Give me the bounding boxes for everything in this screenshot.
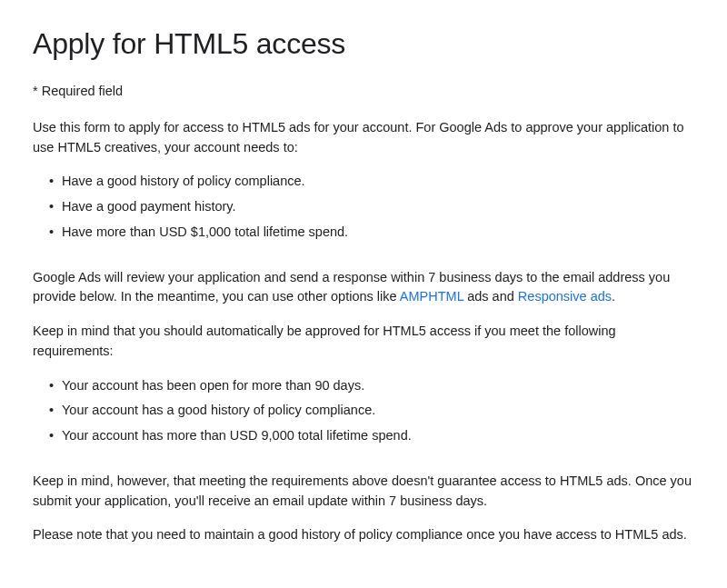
page-title: Apply for HTML5 access [33, 22, 694, 65]
required-field-note: * Required field [33, 82, 694, 102]
list-item: Your account has more than USD 9,000 tot… [49, 426, 694, 446]
list-item: Have a good payment history. [49, 197, 694, 217]
amphtml-link[interactable]: AMPHTML [400, 289, 463, 304]
list-item: Your account has been open for more than… [49, 376, 694, 396]
requirements-list-2: Your account has been open for more than… [33, 376, 694, 446]
review-paragraph: Google Ads will review your application … [33, 268, 694, 308]
text-segment: ads and [463, 289, 518, 304]
responsive-ads-link[interactable]: Responsive ads [518, 289, 612, 304]
list-item: Your account has a good history of polic… [49, 401, 694, 421]
requirements-list-1: Have a good history of policy compliance… [33, 172, 694, 242]
caveat-paragraph: Keep in mind, however, that meeting the … [33, 472, 694, 512]
list-item: Have more than USD $1,000 total lifetime… [49, 223, 694, 243]
intro-paragraph: Use this form to apply for access to HTM… [33, 118, 694, 158]
auto-approve-paragraph: Keep in mind that you should automatical… [33, 322, 694, 362]
maintain-paragraph: Please note that you need to maintain a … [33, 525, 694, 545]
list-item: Have a good history of policy compliance… [49, 172, 694, 192]
text-segment: . [612, 289, 615, 304]
